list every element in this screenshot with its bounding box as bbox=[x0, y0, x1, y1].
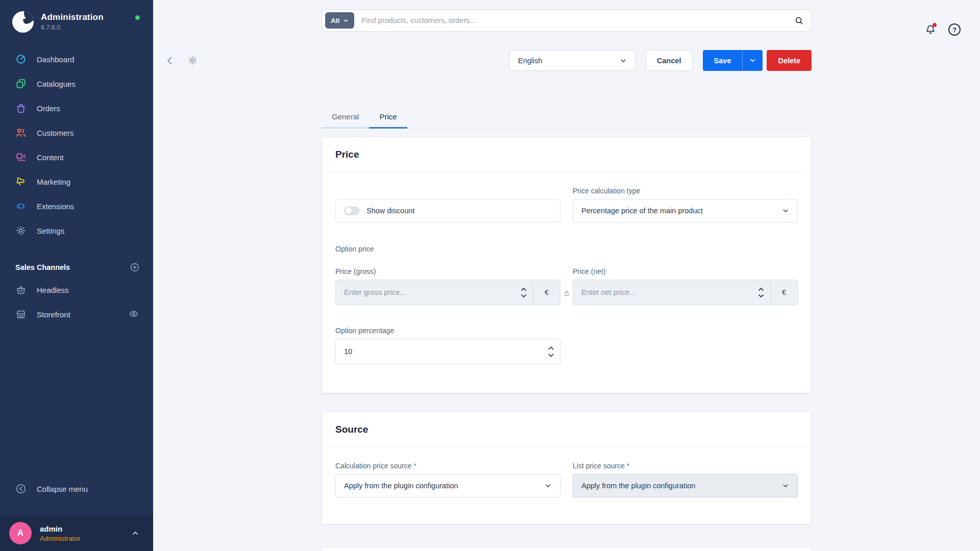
basket-icon bbox=[15, 284, 27, 295]
delete-button[interactable]: Delete bbox=[767, 50, 812, 71]
chevron-down-icon bbox=[343, 18, 349, 23]
shopware-logo-icon bbox=[12, 11, 34, 33]
price-net-field: Price (net) € bbox=[573, 267, 798, 305]
price-gross-input[interactable] bbox=[336, 280, 514, 305]
list-price-source-field: List price source * Apply from the plugi… bbox=[573, 462, 798, 497]
option-percentage-input-group bbox=[335, 339, 560, 364]
sidebar-item-content[interactable]: Content bbox=[0, 145, 153, 169]
price-calculation-type-field: Price calculation type Percentage price … bbox=[573, 187, 798, 222]
price-gross-label: Price (gross) bbox=[335, 267, 560, 276]
search-input[interactable] bbox=[361, 16, 790, 24]
option-percentage-input[interactable] bbox=[336, 339, 542, 364]
smart-bar: English Cancel Save Delete bbox=[153, 50, 980, 81]
save-options-caret-button[interactable] bbox=[742, 50, 763, 71]
sidebar-item-label: Marketing bbox=[37, 178, 70, 186]
sidebar-item-catalogues[interactable]: Catalogues bbox=[0, 71, 153, 96]
catalogues-icon bbox=[15, 78, 27, 89]
stepper-arrows[interactable] bbox=[752, 280, 770, 305]
language-select[interactable]: English bbox=[509, 50, 635, 71]
price-gross-input-group: € bbox=[335, 280, 560, 305]
app-version: 6.7.8.0 bbox=[41, 24, 104, 31]
sidebar-spacer bbox=[0, 327, 153, 477]
save-button[interactable]: Save bbox=[703, 50, 743, 71]
option-percentage-label: Option percentage bbox=[335, 327, 560, 335]
calculation-price-source-select[interactable]: Apply from the plugin configuration bbox=[335, 474, 560, 497]
required-asterisk: * bbox=[413, 462, 416, 470]
top-bar: All ? bbox=[153, 9, 980, 50]
tab-price[interactable]: Price bbox=[369, 106, 407, 129]
chevron-down-icon bbox=[782, 482, 789, 489]
sidebar-item-marketing[interactable]: Marketing bbox=[0, 169, 153, 194]
search-icon[interactable] bbox=[790, 11, 808, 30]
app-title: Administration bbox=[41, 12, 104, 22]
currency-suffix: € bbox=[771, 280, 797, 305]
price-calculation-type-value: Percentage price of the main product bbox=[581, 207, 703, 215]
calculation-price-source-label: Calculation price source * bbox=[335, 462, 560, 470]
show-discount-label: Show discount bbox=[366, 207, 414, 215]
sidebar-item-label: Settings bbox=[37, 227, 64, 235]
stepper-arrows[interactable] bbox=[542, 339, 560, 364]
chevron-down-icon bbox=[782, 207, 789, 214]
source-card-title: Source bbox=[322, 412, 811, 447]
price-card-title: Price bbox=[322, 137, 811, 172]
stepper-arrows[interactable] bbox=[514, 280, 533, 305]
cancel-button[interactable]: Cancel bbox=[646, 50, 693, 71]
sidebar-item-settings[interactable]: Settings bbox=[0, 218, 153, 243]
orders-icon bbox=[15, 103, 27, 114]
collapse-menu-button[interactable]: Collapse menu bbox=[0, 477, 153, 501]
chevron-up-icon bbox=[131, 529, 140, 538]
sidebar-item-headless[interactable]: Headless bbox=[0, 278, 153, 302]
price-net-label: Price (net) bbox=[573, 267, 798, 276]
global-search-bar: All bbox=[322, 9, 812, 32]
source-card: Source Calculation price source * Apply … bbox=[322, 412, 812, 524]
notification-dot bbox=[933, 23, 937, 27]
help-icon[interactable]: ? bbox=[948, 23, 961, 36]
settings-icon bbox=[15, 225, 27, 236]
sidebar-item-dashboard[interactable]: Dashboard bbox=[0, 47, 153, 71]
next-card-edge bbox=[322, 547, 812, 551]
save-split-button: Save bbox=[703, 50, 763, 71]
back-chevron-icon[interactable] bbox=[162, 53, 178, 68]
sidebar-item-extensions[interactable]: Extensions bbox=[0, 194, 153, 218]
extensions-icon bbox=[15, 201, 27, 212]
list-price-source-label: List price source * bbox=[573, 462, 798, 470]
tab-bar: General Price bbox=[322, 106, 812, 129]
add-sales-channel-icon[interactable] bbox=[130, 262, 140, 272]
price-net-input[interactable] bbox=[573, 280, 752, 305]
content-icon bbox=[15, 152, 27, 163]
tab-general[interactable]: General bbox=[322, 106, 369, 129]
customers-icon bbox=[15, 127, 27, 138]
price-calculation-type-select[interactable]: Percentage price of the main product bbox=[573, 199, 798, 222]
chevron-down-icon bbox=[545, 482, 552, 489]
search-scope-label: All bbox=[331, 17, 339, 24]
price-link-lock-icon[interactable] bbox=[563, 289, 571, 297]
price-gross-field: Price (gross) € bbox=[335, 267, 560, 305]
sidebar-item-label: Catalogues bbox=[37, 80, 76, 88]
sidebar-item-label: Orders bbox=[37, 104, 60, 113]
collapse-menu-label: Collapse menu bbox=[37, 485, 88, 493]
main-area: All ? bbox=[153, 0, 980, 551]
sidebar-item-customers[interactable]: Customers bbox=[0, 120, 153, 145]
show-discount-toggle[interactable] bbox=[344, 207, 360, 215]
collapse-chevron-icon bbox=[15, 483, 27, 494]
sidebar-item-orders[interactable]: Orders bbox=[0, 96, 153, 120]
show-discount-field: Show discount bbox=[335, 199, 560, 222]
price-card: Price Show discount Price calculation ty… bbox=[322, 137, 812, 393]
required-asterisk: * bbox=[627, 462, 629, 470]
sidebar-item-storefront[interactable]: Storefront bbox=[0, 302, 153, 327]
sidebar-item-label: Storefront bbox=[37, 310, 70, 319]
page-settings-gear-icon[interactable] bbox=[185, 53, 200, 68]
visibility-eye-icon[interactable] bbox=[129, 309, 140, 320]
sidebar-item-label: Headless bbox=[37, 286, 69, 294]
sales-channels-header: Sales Channels bbox=[0, 261, 153, 273]
online-status-dot bbox=[135, 15, 140, 20]
sidebar-item-label: Extensions bbox=[37, 202, 74, 211]
content-column: General Price Price Show discount Price … bbox=[322, 106, 812, 551]
user-menu[interactable]: A admin Administrator bbox=[0, 515, 153, 551]
avatar: A bbox=[9, 522, 32, 544]
list-price-source-select[interactable]: Apply from the plugin configuration bbox=[573, 474, 798, 497]
dashboard-icon bbox=[15, 54, 27, 65]
chevron-down-icon bbox=[620, 57, 627, 64]
search-scope-dropdown[interactable]: All bbox=[325, 12, 354, 29]
notifications-bell-icon[interactable] bbox=[925, 24, 936, 35]
